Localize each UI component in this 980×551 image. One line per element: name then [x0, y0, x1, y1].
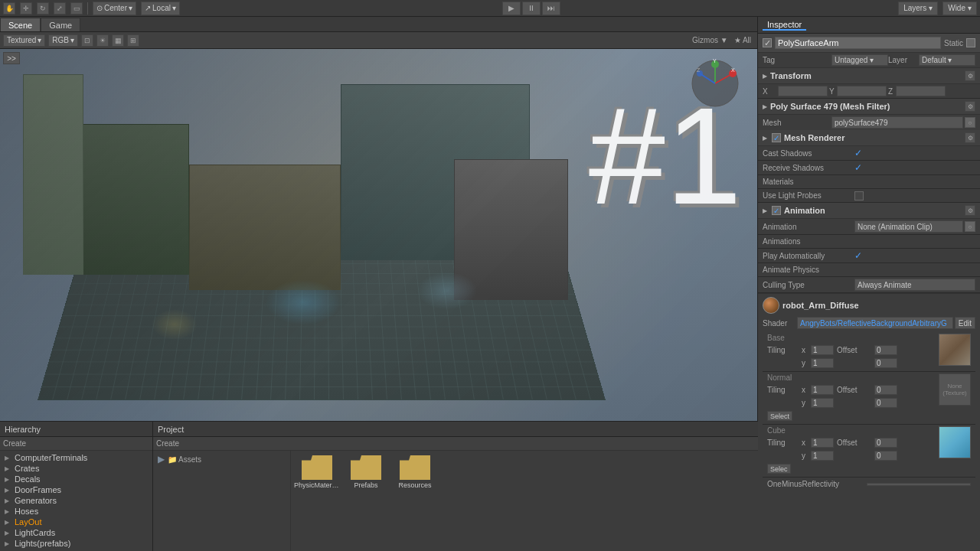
pause-button[interactable]: ⏸: [522, 2, 541, 15]
cast-shadows-check[interactable]: ✓: [854, 148, 862, 158]
offset-y-input[interactable]: [874, 358, 897, 368]
hierarchy-item-hoses[interactable]: ▶ Hoses: [0, 506, 152, 517]
layout-dropdown[interactable]: Wide ▾: [942, 2, 977, 15]
animation-clip-select[interactable]: None (Animation Clip): [854, 220, 963, 233]
normal-offset-y-input[interactable]: [874, 398, 897, 408]
hierarchy-item-decals[interactable]: ▶ Decals: [0, 474, 152, 484]
hand-tool[interactable]: ✋: [3, 2, 15, 15]
normal-offset-x-input[interactable]: [874, 385, 897, 395]
animation-select-btn[interactable]: ○: [965, 221, 975, 232]
pivot-dropdown[interactable]: ⊙ Center ▾: [93, 2, 136, 15]
play-auto-check[interactable]: ✓: [854, 250, 862, 261]
mesh-renderer-checkbox[interactable]: ✓: [772, 133, 781, 142]
animation-section-header[interactable]: ▶ ✓ Animation ⚙: [758, 203, 980, 219]
transform-settings-btn[interactable]: ⚙: [965, 70, 975, 81]
asset-physic-materials[interactable]: PhysicMaterials: [294, 454, 340, 491]
gizmos-label[interactable]: Gizmos ▼: [692, 36, 728, 44]
cube-tiling-y-input[interactable]: [811, 451, 834, 461]
pos-z-input[interactable]: 1083: [896, 86, 946, 96]
expand-panel-button[interactable]: >>: [3, 52, 20, 64]
pos-y-input[interactable]: -3.376257: [837, 86, 887, 96]
transform-section-header[interactable]: ▶ Transform ⚙: [758, 68, 980, 84]
light-probes-checkbox[interactable]: [854, 191, 864, 201]
hierarchy-item-crates[interactable]: ▶ Crates: [0, 463, 152, 474]
hierarchy-content: ▶ ComputerTerminals ▶ Crates ▶ Decals ▶ …: [0, 451, 152, 551]
hierarchy-item-lightcards[interactable]: ▶ LightCards: [0, 527, 152, 538]
render-mode-dropdown[interactable]: Textured ▾: [3, 34, 45, 47]
tiling-y-input[interactable]: [811, 358, 834, 368]
mesh-renderer-settings-btn[interactable]: ⚙: [965, 132, 975, 143]
animation-settings-btn[interactable]: ⚙: [965, 205, 975, 216]
tag-value[interactable]: Untagged ▾: [831, 54, 888, 66]
cube-select-btn[interactable]: Selec: [767, 464, 791, 474]
mesh-filter-settings-btn[interactable]: ⚙: [965, 101, 975, 112]
edit-shader-btn[interactable]: Edit: [955, 317, 975, 329]
normal-select-btn[interactable]: Select: [767, 411, 792, 421]
cube-offset-y-input[interactable]: [874, 451, 897, 461]
play-button[interactable]: ▶: [502, 2, 521, 15]
pos-x-input[interactable]: 01: [778, 86, 828, 96]
base-texture-thumb[interactable]: [939, 334, 971, 366]
asset-prefabs[interactable]: Prefabs: [343, 454, 389, 491]
normal-tiling-y-input[interactable]: [811, 398, 834, 408]
culling-type-select[interactable]: Always Animate: [854, 279, 975, 291]
layers-dropdown[interactable]: Layers ▾: [898, 2, 938, 15]
tiling-values: x Offset: [802, 345, 897, 355]
animation-checkbox[interactable]: ✓: [772, 206, 781, 215]
cube-offset-x-input[interactable]: [874, 438, 897, 448]
base-tiling-y-row: y: [767, 357, 936, 369]
normal-tiling-x-input[interactable]: [811, 385, 834, 395]
mesh-renderer-section-header[interactable]: ▶ ✓ Mesh Renderer ⚙: [758, 130, 980, 146]
step-button[interactable]: ⏭: [542, 2, 560, 15]
scene-tool-4[interactable]: ⊞: [127, 34, 139, 47]
project-create-label[interactable]: Create: [156, 439, 179, 448]
shader-value[interactable]: AngryBots/ReflectiveBackgroundArbitraryG: [797, 317, 953, 329]
reflectivity-slider[interactable]: [867, 483, 971, 486]
static-checkbox[interactable]: [966, 38, 975, 47]
tiling-x-input[interactable]: [811, 345, 834, 355]
scene-tool-2[interactable]: ☀: [96, 34, 109, 47]
layer-value-text: Default: [922, 56, 946, 64]
hierarchy-create-label[interactable]: Create: [3, 439, 26, 448]
tab-inspector[interactable]: Inspector: [763, 20, 806, 31]
tab-scene-label: Scene: [8, 21, 32, 30]
project-title: Project: [158, 425, 184, 434]
cube-tiling-x-input[interactable]: [811, 438, 834, 448]
scene-tool-3[interactable]: ▦: [112, 34, 124, 47]
layer-value[interactable]: Default ▾: [919, 54, 975, 66]
tab-scene[interactable]: Scene: [0, 18, 41, 31]
scene-tool-1[interactable]: ⊡: [81, 34, 93, 47]
hierarchy-item-generators[interactable]: ▶ Generators: [0, 495, 152, 506]
svg-text:Z: Z: [697, 67, 701, 73]
cube-texture-thumb[interactable]: [939, 426, 971, 458]
offset-x-input[interactable]: [874, 345, 897, 355]
tab-game[interactable]: Game: [41, 18, 80, 31]
scale-tool[interactable]: ⤢: [54, 2, 66, 15]
animate-physics-label: Animate Physics: [763, 266, 854, 274]
asset-resources[interactable]: Resources: [392, 454, 438, 491]
hierarchy-item-lights[interactable]: ▶ Lights(prefabs): [0, 538, 152, 549]
all-label[interactable]: ★ All: [734, 36, 751, 44]
inspector-header: Inspector: [758, 17, 980, 34]
rect-tool[interactable]: ▭: [70, 2, 83, 15]
object-active-checkbox[interactable]: ✓: [763, 38, 772, 47]
space-dropdown[interactable]: ↗ Local ▾: [141, 2, 180, 15]
hierarchy-item-label: Generators: [15, 496, 57, 505]
object-name-input[interactable]: [775, 37, 941, 49]
receive-shadows-check[interactable]: ✓: [854, 162, 862, 173]
cast-shadows-label: Cast Shadows: [763, 149, 854, 158]
rotate-tool[interactable]: ↻: [37, 2, 49, 15]
expand-arrow: ▶: [5, 530, 12, 536]
move-tool[interactable]: ✛: [20, 2, 32, 15]
hierarchy-item-computer-terminals[interactable]: ▶ ComputerTerminals: [0, 452, 152, 463]
animation-label: Animation: [763, 223, 854, 231]
hierarchy-item-doorframes[interactable]: ▶ DoorFrames: [0, 484, 152, 495]
project-header: Project: [153, 422, 758, 437]
color-mode-dropdown[interactable]: RGB ▾: [48, 34, 78, 47]
material-block: robot_Arm_Diffuse Shader AngryBots/Refle…: [758, 293, 980, 494]
mesh-select-btn[interactable]: ○: [965, 117, 975, 128]
mesh-filter-section-header[interactable]: ▶ Poly Surface 479 (Mesh Filter) ⚙: [758, 99, 980, 115]
hierarchy-item-layout[interactable]: ▶ LayOut: [0, 517, 152, 527]
layer-label: Layer: [888, 56, 919, 64]
normal-texture-none[interactable]: None(Texture): [939, 373, 971, 406]
